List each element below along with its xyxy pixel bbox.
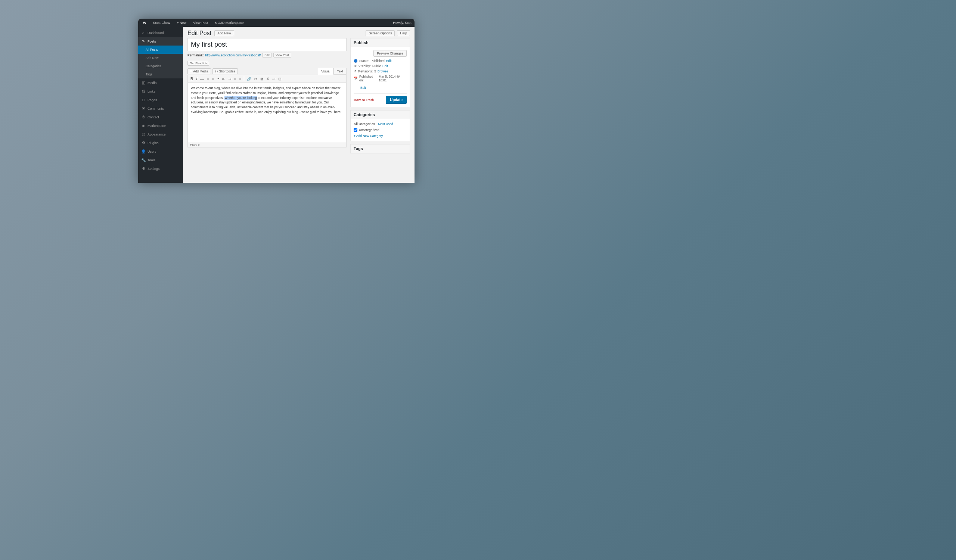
sidebar-item-dashboard[interactable]: ⌂ Dashboard [138,28,183,37]
revisions-icon: ↺ [354,69,357,73]
add-new-button[interactable]: Add New [214,30,234,36]
content-wrapper: Permalink: http://www.scottchow.com/my-f… [183,38,415,183]
publish-revisions-row: ↺ Revisions: 5 Browse [354,69,407,73]
fmt-align-center[interactable]: ⇥ [227,77,232,82]
sidebar-item-categories[interactable]: Categories [138,62,183,70]
page-header: Edit Post Add New Screen Options Help [183,27,415,38]
visibility-edit-link[interactable]: Edit [382,64,388,68]
get-shortlink-button[interactable]: Get Shortlink [187,61,209,66]
admin-bar-mojo[interactable]: MOJO Marketplace [213,20,246,25]
publish-box-content: Preview Changes 🔵 Status: Published Edit [351,47,410,107]
fmt-align-left[interactable]: ⇤ [221,77,226,82]
fmt-spellcheck[interactable]: ✗ [265,77,270,82]
update-button[interactable]: Update [386,96,407,104]
sidebar-item-contact[interactable]: ✆ Contact [138,113,183,121]
tags-meta-box: Tags [350,144,410,154]
fmt-fullscreen[interactable]: ↩ [271,77,276,82]
uncategorized-checkbox[interactable] [354,128,357,132]
sidebar-item-users[interactable]: 👤 Users [138,147,183,156]
editor-tabs: + Add Media ⟨⟩ Shortcodes Visual [187,68,347,75]
laptop-screen: W Scott Chow + New View Post MOJO Market… [138,19,415,183]
right-sidebar: Publish Preview Changes 🔵 Status: Publis… [350,38,410,179]
publish-box-header[interactable]: Publish [351,38,410,47]
fmt-strikethrough[interactable]: — [199,77,205,82]
categories-box-header[interactable]: Categories [351,110,410,119]
fmt-bold[interactable]: B [189,77,194,82]
most-used-tab[interactable]: Most Used [378,122,393,126]
fmt-link[interactable]: 🔗 [246,77,252,82]
fmt-align-right[interactable]: ≡ [233,77,237,82]
posts-icon: ✎ [141,39,146,43]
sidebar-item-comments[interactable]: ✉ Comments [138,104,183,113]
editor-path: Path: p [187,142,347,147]
move-to-trash-link[interactable]: Move to Trash [354,98,374,102]
permalink-url: http://www.scottchow.com/my-first-post/ [205,53,261,57]
sidebar-item-all-posts[interactable]: All Posts [138,45,183,54]
published-value: Mar 5, 2014 @ 18:01 [379,75,407,82]
sidebar-item-tags[interactable]: Tags [138,70,183,78]
published-edit-link[interactable]: Edit [360,86,366,89]
sidebar-item-pages[interactable]: □ Pages [138,96,183,104]
admin-bar-view-post[interactable]: View Post [191,20,210,25]
fmt-show-kitchen-sink[interactable]: ⊡ [277,77,282,82]
fmt-blockquote[interactable]: ❝ [216,77,220,82]
fmt-align-justify[interactable]: ≡ [238,77,243,82]
admin-bar-new[interactable]: + New [175,20,189,25]
revisions-value: 5 [374,69,376,73]
users-icon: 👤 [141,149,146,154]
help-button[interactable]: Help [397,30,410,36]
fmt-ol[interactable]: ≡ [211,77,215,82]
comments-icon: ✉ [141,107,146,110]
editor-content[interactable]: Welcome to our blog, where we dive into … [187,83,347,142]
shortcodes-button[interactable]: ⟨⟩ Shortcodes [212,68,238,74]
sidebar-item-media[interactable]: ◫ Media [138,78,183,87]
fmt-unlink[interactable]: ✂ [253,77,258,82]
status-edit-link[interactable]: Edit [386,59,392,63]
permalink-label: Permalink: [187,53,203,57]
preview-changes-button[interactable]: Preview Changes [373,50,407,57]
get-shortlink-row: Get Shortlink [187,59,347,66]
calendar-icon: 📅 [354,77,358,80]
sidebar-item-plugins[interactable]: ⚙ Plugins [138,138,183,147]
uncategorized-label: Uncategorized [359,128,379,132]
visibility-label: Visibility: [358,64,371,68]
appearance-icon: ◎ [141,132,146,136]
wp-main-layout: ⌂ Dashboard ✎ Posts All Posts Add New Ca… [138,27,415,183]
tab-visual[interactable]: Visual [318,68,333,75]
fmt-italic[interactable]: I [195,77,198,82]
sidebar-item-settings[interactable]: ⚙ Settings [138,164,183,173]
wp-sidebar: ⌂ Dashboard ✎ Posts All Posts Add New Ca… [138,27,183,183]
admin-bar-howdy: Howdy, Scot [393,21,412,25]
permalink-edit-button[interactable]: Edit [262,53,272,58]
contact-icon: ✆ [141,115,146,119]
settings-icon: ⚙ [141,166,146,171]
view-post-button[interactable]: View Post [274,53,291,58]
screen-options-button[interactable]: Screen Options [366,30,395,36]
post-title-input[interactable] [187,38,347,51]
add-media-button[interactable]: + Add Media [187,68,211,74]
all-categories-tab[interactable]: All Categories [354,122,375,126]
sidebar-item-tools[interactable]: 🔧 Tools [138,156,183,164]
tab-text[interactable]: Text [333,68,347,75]
marketplace-icon: ◈ [141,124,146,128]
plugins-icon: ⚙ [141,141,146,145]
sidebar-item-links[interactable]: ⛓ Links [138,87,183,96]
sidebar-item-posts[interactable]: ✎ Posts [138,37,183,45]
fmt-insert-more[interactable]: ⊠ [259,77,264,82]
editor-area: Permalink: http://www.scottchow.com/my-f… [187,38,347,179]
sidebar-item-marketplace[interactable]: ◈ Marketplace [138,121,183,130]
header-actions: Screen Options Help [366,30,410,36]
sidebar-item-appearance[interactable]: ◎ Appearance [138,130,183,138]
tags-box-header[interactable]: Tags [351,144,410,153]
fmt-ul[interactable]: ≡ [206,77,210,82]
publish-actions-top: Preview Changes [354,50,407,57]
admin-bar-user[interactable]: Scott Chow [151,20,172,25]
publish-status-row: 🔵 Status: Published Edit [354,59,407,63]
wp-logo[interactable]: W [141,20,148,25]
pages-icon: □ [141,98,146,102]
add-new-category-link[interactable]: + Add New Category [354,134,407,138]
publish-visibility-row: 👁 Visibility: Public Edit [354,64,407,68]
revisions-browse-link[interactable]: Browse [377,69,388,73]
editor-mode-tabs: Visual Text [318,68,347,75]
sidebar-item-add-new[interactable]: Add New [138,54,183,62]
